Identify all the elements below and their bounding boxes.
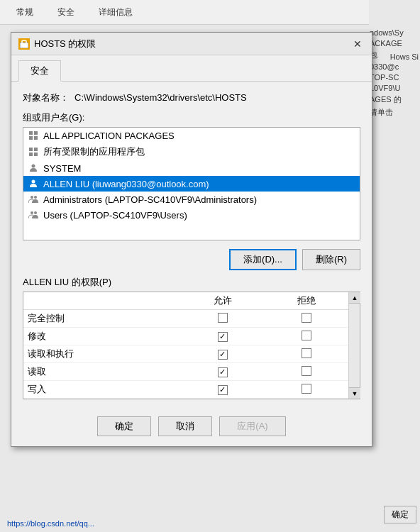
tab-security[interactable]: 安全 [48, 3, 84, 22]
bottom-button-row: 确定 取消 应用(A) [11, 409, 372, 446]
tab-general[interactable]: 常规 [7, 3, 43, 22]
group-label: 组或用户名(G): [23, 111, 360, 124]
perm-deny-full[interactable] [265, 310, 348, 328]
svg-rect-6 [29, 148, 33, 151]
dialog-titlebar: HOSTS 的权限 ✕ [11, 33, 372, 55]
user-name-restricted: 所有受限制的应用程序包 [43, 145, 145, 158]
checkbox-deny-modify[interactable] [302, 331, 311, 340]
checkbox-deny-read-execute[interactable] [302, 348, 311, 358]
permissions-section: ALLEN LIU 的权限(P) 允许 拒绝 完全控制 [23, 276, 360, 399]
svg-rect-2 [29, 131, 33, 135]
apply-button[interactable]: 应用(A) [219, 416, 285, 436]
admins-icon [28, 194, 39, 205]
perm-scrollbar[interactable]: ▲ ▼ [348, 292, 360, 399]
svg-rect-7 [34, 148, 38, 151]
perm-allow-read[interactable] [181, 363, 265, 381]
add-remove-buttons: 添加(D)... 删除(R) [23, 249, 360, 270]
checkbox-allow-write[interactable] [218, 385, 228, 395]
perm-deny-read[interactable] [265, 363, 348, 381]
object-label: 对象名称： [23, 92, 69, 104]
title-left: HOSTS 的权限 [18, 38, 96, 50]
right-line-1: ndows\Sy [370, 28, 417, 37]
svg-point-12 [31, 196, 33, 199]
right-line-2: ACKAGE [370, 39, 417, 48]
tab-security-dialog[interactable]: 安全 [18, 60, 61, 82]
svg-point-10 [32, 165, 35, 168]
perm-deny-read-execute[interactable] [265, 345, 348, 363]
checkbox-allow-full[interactable] [218, 313, 228, 323]
perm-row-modify: 修改 [23, 328, 360, 345]
top-bar: 常规 安全 详细信息 [0, 0, 369, 25]
tab-details[interactable]: 详细信息 [89, 3, 142, 22]
dialog-tab-bar: 安全 [11, 55, 372, 82]
perm-allow-full[interactable] [181, 310, 265, 328]
confirm-right-button[interactable]: 确定 [384, 506, 416, 523]
perm-name-read-execute: 读取和执行 [23, 345, 181, 363]
svg-rect-0 [20, 43, 28, 48]
svg-point-15 [34, 211, 37, 214]
checkbox-deny-read[interactable] [302, 366, 311, 376]
user-item-admins[interactable]: Administrators (LAPTOP-SC410VF9\Administ… [23, 192, 360, 207]
system-icon [28, 162, 39, 174]
right-line-8: 请单击 [370, 107, 417, 118]
checkbox-allow-read[interactable] [218, 367, 228, 377]
perm-col-allow: 允许 [181, 292, 265, 310]
howsi-text: Hows Si [389, 51, 420, 62]
permissions-table-wrapper: 允许 拒绝 完全控制 [23, 292, 360, 399]
dialog-title: HOSTS 的权限 [34, 38, 96, 50]
permissions-table: 允许 拒绝 完全控制 [23, 292, 360, 399]
user-item-users[interactable]: Users (LAPTOP-SC410VF9\Users) [23, 207, 360, 223]
perm-allow-read-execute[interactable] [181, 345, 265, 363]
svg-point-13 [34, 196, 37, 199]
right-line-5: TOP-SC [370, 73, 417, 82]
perm-allow-write[interactable] [181, 381, 265, 399]
right-line-4: 0330@c [370, 62, 417, 71]
perm-name-modify: 修改 [23, 328, 181, 345]
svg-rect-3 [34, 131, 38, 135]
allen-icon [28, 178, 39, 189]
close-button[interactable]: ✕ [350, 37, 365, 51]
checkbox-deny-full[interactable] [302, 313, 311, 323]
user-list[interactable]: ALL APPLICATION PACKAGES 所有受限制的应用程序包 [23, 127, 360, 240]
cancel-button[interactable]: 取消 [158, 416, 212, 436]
perm-row-full-control: 完全控制 [23, 310, 360, 328]
scroll-up-btn[interactable]: ▲ [349, 292, 360, 304]
perm-allow-modify[interactable] [181, 328, 265, 345]
checkbox-deny-write[interactable] [302, 384, 311, 394]
perm-row-read-execute: 读取和执行 [23, 345, 360, 363]
ok-button[interactable]: 确定 [97, 416, 151, 436]
scroll-down-btn[interactable]: ▼ [349, 387, 360, 399]
user-item-system[interactable]: SYSTEM [23, 160, 360, 176]
user-item-all-packages[interactable]: ALL APPLICATION PACKAGES [23, 128, 360, 143]
user-name-all-packages: ALL APPLICATION PACKAGES [43, 131, 175, 141]
permissions-dialog: HOSTS 的权限 ✕ 安全 对象名称： C:\Windows\System32… [11, 32, 372, 447]
object-name-row: 对象名称： C:\Windows\System32\drivers\etc\HO… [23, 92, 360, 104]
perm-col-name [23, 292, 181, 310]
perm-row-write: 写入 [23, 381, 360, 399]
remove-button[interactable]: 删除(R) [302, 249, 360, 270]
perm-deny-write[interactable] [265, 381, 348, 399]
checkbox-allow-read-execute[interactable] [218, 350, 228, 360]
checkbox-allow-modify[interactable] [218, 332, 228, 342]
user-item-allen[interactable]: ALLEN LIU (liuwang0330@outlook.com) [23, 176, 360, 192]
perm-name-full: 完全控制 [23, 310, 181, 328]
user-name-system: SYSTEM [43, 163, 81, 174]
dialog-body: 对象名称： C:\Windows\System32\drivers\etc\HO… [11, 82, 372, 409]
add-button[interactable]: 添加(D)... [229, 249, 297, 270]
object-path: C:\Windows\System32\drivers\etc\HOSTS [74, 92, 247, 103]
bottom-link: https://blog.csdn.net/qq... [7, 519, 94, 528]
permissions-label: ALLEN LIU 的权限(P) [23, 276, 360, 289]
user-name-admins: Administrators (LAPTOP-SC410VF9\Administ… [43, 194, 257, 205]
user-item-restricted[interactable]: 所有受限制的应用程序包 [23, 143, 360, 160]
svg-point-14 [31, 211, 33, 214]
svg-rect-9 [34, 153, 38, 156]
user-name-allen: ALLEN LIU (liuwang0330@outlook.com) [43, 179, 209, 189]
right-line-6: 10VF9\U [370, 84, 417, 92]
svg-rect-8 [29, 153, 33, 156]
perm-col-deny: 拒绝 [265, 292, 348, 310]
perm-row-read: 读取 [23, 363, 360, 381]
all-packages-icon [28, 130, 39, 141]
perm-deny-modify[interactable] [265, 328, 348, 345]
svg-rect-4 [29, 136, 33, 140]
svg-point-11 [32, 180, 35, 184]
